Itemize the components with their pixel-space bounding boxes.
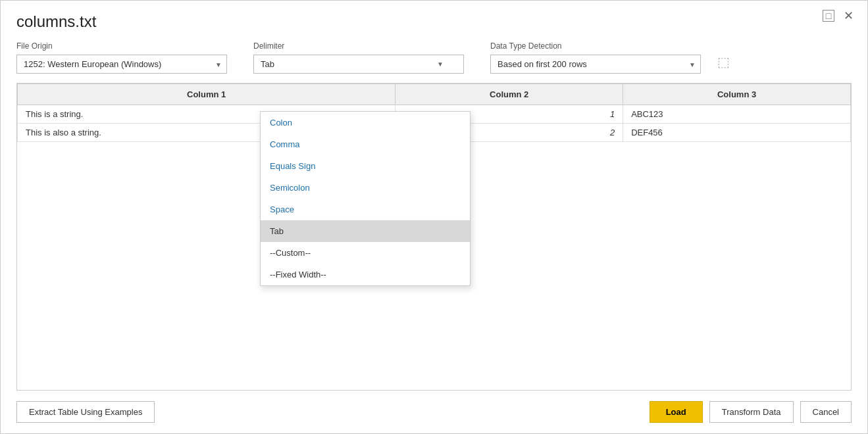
- dropdown-item-semicolon[interactable]: Semicolon: [261, 177, 470, 199]
- delimiter-select[interactable]: Tab ▼: [253, 55, 464, 74]
- delimiter-group: Delimiter Tab ▼: [253, 41, 464, 74]
- data-type-group: Data Type Detection Based on first 200 r…: [490, 41, 701, 74]
- delimiter-label: Delimiter: [253, 41, 464, 51]
- dropdown-item-tab[interactable]: Tab: [261, 220, 470, 242]
- file-origin-select[interactable]: 1252: Western European (Windows)UTF-8UTF…: [16, 55, 227, 74]
- window-title: columns.txt: [16, 12, 96, 31]
- data-type-wrapper: Based on first 200 rowsBased on entire d…: [490, 55, 701, 74]
- footer-right: Load Transform Data Cancel: [650, 401, 852, 423]
- dropdown-item-space[interactable]: Space: [261, 199, 470, 220]
- data-type-select[interactable]: Based on first 200 rowsBased on entire d…: [490, 55, 701, 74]
- controls-row: File Origin 1252: Western European (Wind…: [16, 41, 852, 74]
- cancel-button[interactable]: Cancel: [800, 401, 852, 423]
- col-header-1: Column 1: [18, 84, 396, 105]
- maximize-button[interactable]: □: [823, 10, 834, 22]
- row1-col3: ABC123: [623, 105, 851, 124]
- transform-data-button[interactable]: Transform Data: [709, 401, 794, 423]
- row2-col3: DEF456: [623, 124, 851, 142]
- title-bar: columns.txt □ ✕: [1, 1, 867, 31]
- dropdown-item-fixed-width[interactable]: --Fixed Width--: [261, 264, 470, 285]
- data-type-label: Data Type Detection: [490, 41, 701, 51]
- dropdown-item-comma[interactable]: Comma: [261, 133, 470, 155]
- file-origin-wrapper: 1252: Western European (Windows)UTF-8UTF…: [16, 55, 227, 74]
- delimiter-dropdown: Colon Comma Equals Sign Semicolon Space …: [260, 111, 471, 286]
- file-origin-label: File Origin: [16, 41, 227, 51]
- extract-table-button[interactable]: Extract Table Using Examples: [16, 401, 155, 423]
- load-button[interactable]: Load: [650, 401, 703, 423]
- footer-left: Extract Table Using Examples: [16, 401, 155, 423]
- close-button[interactable]: ✕: [842, 10, 854, 22]
- data-icon[interactable]: ⬚: [717, 54, 730, 70]
- delimiter-arrow-icon: ▼: [437, 60, 444, 68]
- dropdown-item-equals-sign[interactable]: Equals Sign: [261, 155, 470, 177]
- file-origin-group: File Origin 1252: Western European (Wind…: [16, 41, 227, 74]
- footer: Extract Table Using Examples Load Transf…: [1, 391, 867, 433]
- main-window: columns.txt □ ✕ File Origin 1252: Wester…: [0, 0, 868, 434]
- dropdown-item-custom[interactable]: --Custom--: [261, 242, 470, 264]
- delimiter-wrapper: Tab ▼: [253, 55, 464, 74]
- window-controls: □ ✕: [823, 10, 854, 22]
- dropdown-item-colon[interactable]: Colon: [261, 112, 470, 133]
- col-header-3: Column 3: [623, 84, 851, 105]
- col-header-2: Column 2: [396, 84, 623, 105]
- delimiter-value: Tab: [261, 59, 274, 69]
